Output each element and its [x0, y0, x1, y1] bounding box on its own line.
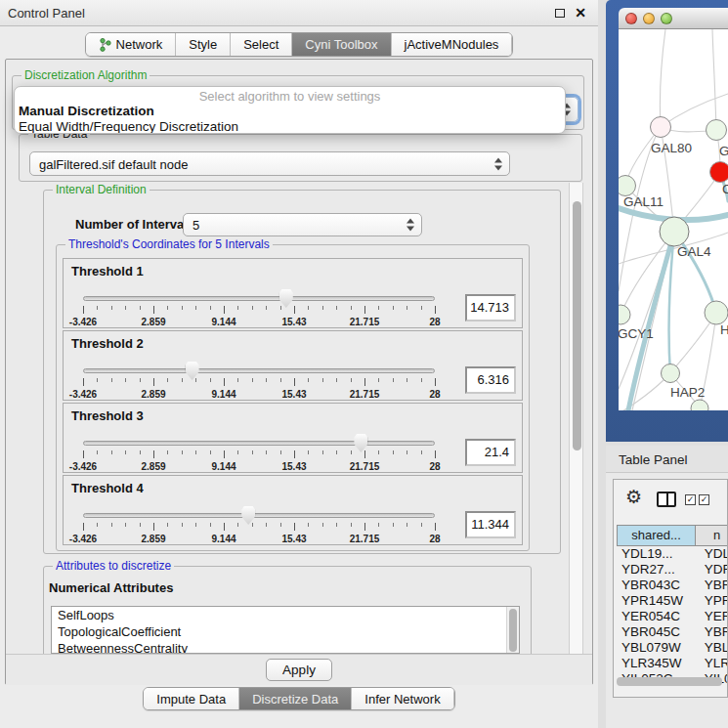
slider-track[interactable] [83, 513, 435, 518]
close-traffic-light[interactable] [625, 13, 637, 24]
attribute-list-item[interactable]: BetweennessCentrality [52, 640, 519, 654]
group-title: Threshold's Coordinates for 5 Intervals [65, 237, 273, 251]
threshold-value-field[interactable]: 21.4 [465, 439, 516, 466]
table-row[interactable]: YPR145W YPR1 [617, 593, 728, 609]
table-row[interactable]: YDR27... YDR2 [617, 562, 728, 578]
tab-button[interactable]: Discretize Data [239, 688, 352, 709]
dropdown-option[interactable]: Equal Width/Frequency Discretization [15, 119, 565, 134]
tab-label: Infer Network [364, 692, 440, 707]
control-panel-titlebar: Control Panel ✕ [0, 0, 598, 26]
scrollbar-thumb[interactable] [509, 609, 517, 652]
combo-value: galFiltered.sif default node [39, 156, 188, 171]
tab-button[interactable]: Style [176, 33, 231, 56]
tab-button[interactable]: Impute Data [144, 688, 239, 709]
slider-ticks [83, 378, 435, 387]
threshold-value-field[interactable]: 6.316 [465, 366, 516, 394]
checkbox-icon-2[interactable]: ✓ [699, 494, 709, 505]
table-panel-title: Table Panel [619, 452, 688, 467]
dropdown-options: Manual Discretization Equal Width/Freque… [15, 104, 565, 134]
threshold-slider[interactable]: -3.4262.8599.14415.4321.71528 [83, 286, 435, 327]
number-of-intervals-label: Number of Intervals [75, 217, 194, 232]
attributes-to-discretize-group: Attributes to discretize Numerical Attri… [43, 566, 532, 654]
threshold-row: Threshold 2 -3.4262.8599.14415.4321.7152… [63, 330, 523, 401]
tab-button[interactable]: jActiveMNodules [392, 33, 513, 56]
table-panel-header: Table Panel [606, 446, 728, 473]
cell-name: YBR0 [699, 624, 728, 640]
table-horizontal-scrollbar[interactable] [617, 677, 722, 686]
slider-track[interactable] [83, 368, 435, 373]
label-gal80: GAL80 [651, 141, 692, 155]
divider [666, 493, 668, 505]
node-bottom[interactable] [691, 400, 708, 410]
tab-button[interactable]: Infer Network [352, 688, 453, 709]
tab-button[interactable]: Select [231, 33, 292, 56]
node-gal4[interactable] [660, 217, 689, 246]
threshold-slider[interactable]: -3.4262.8599.14415.4321.71528 [83, 431, 435, 472]
slider-track[interactable] [83, 441, 435, 446]
table-row[interactable]: YBR043C YBR0 [617, 578, 728, 593]
dropdown-option[interactable]: Manual Discretization [15, 104, 565, 119]
column-header-name[interactable]: n [696, 525, 728, 546]
node-h[interactable] [705, 301, 728, 324]
minimize-traffic-light[interactable] [643, 13, 655, 24]
main-vertical-scrollbar[interactable] [569, 183, 583, 654]
cell-shared-name: YDL19... [617, 546, 695, 562]
label-gcy1: GCY1 [619, 326, 654, 341]
network-canvas[interactable]: GAL80 GA C GAL11 GAL4 GCY1 H HAP2 [619, 29, 728, 410]
node-gcy1[interactable] [619, 305, 630, 324]
table-row[interactable]: YBR045C YBR0 [617, 624, 728, 640]
threshold-slider[interactable]: -3.4262.8599.14415.4321.71528 [83, 503, 435, 544]
algorithm-dropdown-popup: Select algorithm to view settings Manual… [14, 86, 566, 134]
attribute-list-item[interactable]: SelfLoops [52, 607, 519, 623]
top-tabs-segmented: Network Style Select Cyni Toolbo [85, 32, 514, 57]
combo-value: 5 [193, 218, 199, 233]
combo-stepper-icon[interactable] [494, 157, 503, 170]
checkbox-icon-1[interactable]: ✓ [685, 494, 696, 505]
number-of-intervals-combobox[interactable]: 5 [183, 213, 422, 236]
float-window-icon[interactable] [555, 9, 565, 18]
threshold-label: Threshold 2 [71, 336, 144, 351]
cell-name: YDL1 [699, 546, 728, 562]
attributes-list-scrollbar[interactable] [506, 607, 519, 653]
network-icon [99, 38, 111, 52]
combo-stepper-icon[interactable] [407, 219, 415, 232]
zoom-traffic-light[interactable] [661, 13, 672, 24]
tab-button[interactable]: Network [86, 33, 177, 56]
attribute-list-item[interactable]: TopologicalCoefficient [52, 623, 519, 640]
table-row[interactable]: YER054C YER0 [617, 609, 728, 624]
threshold-value-field[interactable]: 11.344 [465, 511, 516, 538]
threshold-row: Threshold 1 -3.4262.8599.14415.4321.7152… [63, 258, 523, 328]
threshold-value-field[interactable]: 14.713 [465, 294, 516, 321]
network-window-titlebar[interactable] [619, 8, 728, 29]
table-row[interactable]: YBL079W YBL0 [617, 640, 728, 656]
threshold-slider[interactable]: -3.4262.8599.14415.4321.71528 [83, 359, 435, 400]
tab-label: Discretize Data [252, 692, 338, 707]
column-header-shared-name[interactable]: shared... [617, 525, 696, 546]
table-data-combobox[interactable]: galFiltered.sif default node [29, 151, 510, 176]
close-icon[interactable]: ✕ [575, 5, 586, 21]
node-gal80[interactable] [651, 117, 671, 138]
control-panel: Control Panel ✕ [0, 0, 598, 728]
tab-button[interactable]: Cyni Toolbox [292, 33, 391, 56]
node-top-right[interactable] [707, 120, 727, 141]
network-nodes[interactable] [619, 117, 728, 411]
gear-icon[interactable]: ⚙ [625, 486, 642, 508]
numerical-attributes-list[interactable]: SelfLoops TopologicalCoefficient Between… [51, 606, 520, 654]
slider-tick-labels: -3.4262.8599.14415.4321.71528 [83, 317, 435, 328]
node-red-selected[interactable] [710, 162, 728, 183]
cell-shared-name: YBR045C [617, 624, 695, 640]
slider-ticks [83, 523, 435, 532]
node-hap2[interactable] [662, 364, 680, 383]
slider-track[interactable] [83, 296, 435, 301]
cell-name: YER0 [699, 609, 728, 624]
apply-button[interactable]: Apply [266, 659, 332, 681]
split-columns-icon[interactable] [657, 492, 676, 507]
scrollbar-thumb[interactable] [573, 201, 581, 450]
table-row[interactable]: YLR345W YLR3 [617, 656, 728, 671]
threshold-label: Threshold 1 [71, 264, 144, 278]
node-gal11[interactable] [619, 176, 636, 196]
table-row[interactable]: YDL19... YDL1 [617, 546, 728, 562]
threshold-row: Threshold 3 -3.4262.8599.14415.4321.7152… [63, 403, 523, 473]
slider-tick-labels: -3.4262.8599.14415.4321.71528 [83, 389, 435, 401]
cell-shared-name: YLR345W [617, 656, 695, 671]
